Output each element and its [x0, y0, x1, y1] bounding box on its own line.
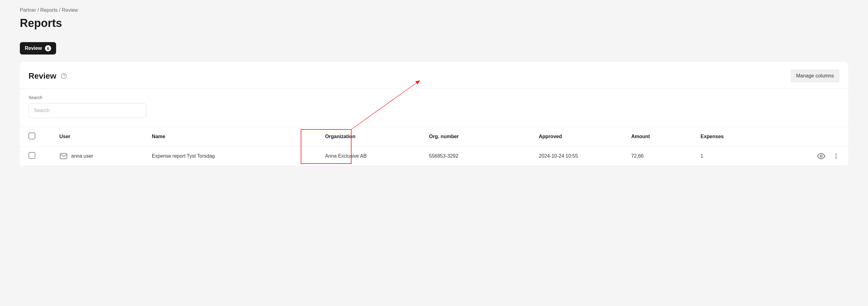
tab-review[interactable]: Review 6 [20, 42, 56, 55]
tab-review-label: Review [25, 45, 42, 51]
row-org-number: 556853-3292 [425, 146, 535, 166]
view-icon[interactable] [817, 152, 825, 160]
table-header-row: User Name Organization Org. number Appro… [20, 127, 848, 146]
breadcrumb-sep: / [59, 7, 62, 13]
col-header-amount[interactable]: Amount [627, 127, 697, 146]
reports-table: User Name Organization Org. number Appro… [20, 127, 848, 166]
row-name: Expense report Tyst Torsdag [148, 146, 321, 166]
search-section: Search [20, 89, 848, 127]
more-actions-icon[interactable] [833, 153, 839, 160]
review-card: Review Manage columns Search [20, 62, 848, 166]
svg-point-5 [835, 156, 837, 157]
page-title: Reports [20, 17, 848, 30]
row-user: anna user [71, 153, 93, 159]
row-expenses: 1 [697, 146, 783, 166]
search-label: Search [29, 95, 839, 100]
breadcrumb-link-reports[interactable]: Reports [40, 7, 58, 13]
tab-review-count: 6 [45, 45, 51, 52]
col-header-name[interactable]: Name [148, 127, 321, 146]
col-header-approved[interactable]: Approved [535, 127, 627, 146]
row-approved: 2024-10-24 10:55 [535, 146, 627, 166]
table-row[interactable]: anna user Expense report Tyst Torsdag An… [20, 146, 848, 166]
card-header: Review Manage columns [20, 62, 848, 89]
svg-point-4 [835, 154, 837, 155]
breadcrumb-link-review[interactable]: Review [62, 7, 78, 13]
select-all-checkbox[interactable] [29, 133, 35, 139]
col-header-expenses[interactable]: Expenses [697, 127, 783, 146]
breadcrumb: Partner / Reports / Review [20, 7, 848, 13]
help-icon[interactable] [61, 73, 67, 79]
col-header-user[interactable]: User [56, 127, 148, 146]
svg-point-3 [820, 155, 823, 157]
search-input[interactable] [29, 103, 146, 118]
card-title: Review [29, 71, 56, 81]
breadcrumb-link-partner[interactable]: Partner [20, 7, 36, 13]
mail-icon [60, 152, 68, 160]
svg-point-6 [835, 158, 837, 159]
row-organization: Anna Exclusive AB [321, 146, 425, 166]
row-amount: 72,66 [627, 146, 697, 166]
col-header-organization[interactable]: Organization [321, 127, 425, 146]
manage-columns-button[interactable]: Manage columns [790, 69, 839, 82]
breadcrumb-sep: / [37, 7, 40, 13]
col-header-org-number[interactable]: Org. number [425, 127, 535, 146]
row-checkbox[interactable] [29, 152, 35, 159]
